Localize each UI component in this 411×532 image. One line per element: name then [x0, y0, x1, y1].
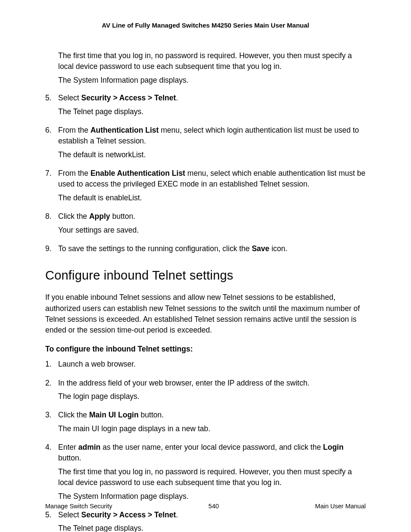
step-text: Select Security > Access > Telnet.: [58, 510, 366, 520]
step-number: 8.: [45, 211, 52, 222]
step-text: The default is networkList.: [58, 149, 366, 160]
step-number: 9.: [45, 243, 52, 254]
footer-page-number: 540: [209, 503, 219, 510]
step-item: 3.Click the Main UI Login button.The mai…: [45, 410, 366, 434]
step-text: The main UI login page displays in a new…: [58, 423, 366, 434]
step-text: From the Enable Authentication List menu…: [58, 168, 366, 190]
step-item: 8.Click the Apply button.Your settings a…: [45, 211, 366, 236]
section-intro: If you enable inbound Telnet sessions an…: [45, 292, 366, 336]
footer-right: Main User Manual: [315, 503, 366, 510]
step-text: Enter admin as the user name, enter your…: [58, 442, 366, 464]
bold-text: Authentication List: [90, 126, 159, 134]
step-number: 2.: [45, 378, 52, 389]
intro-paragraph-2: The System Information page displays.: [58, 75, 366, 86]
step-number: 3.: [45, 410, 52, 420]
step-number: 1.: [45, 359, 52, 370]
step-text: The default is enableList.: [58, 193, 366, 203]
bold-text: Main UI Login: [89, 411, 139, 419]
step-item: 1.Launch a web browser.: [45, 359, 366, 370]
intro-paragraph-1: The first time that you log in, no passw…: [58, 50, 366, 72]
page-footer: Manage Switch Security 540 Main User Man…: [45, 503, 366, 510]
step-text: Select Security > Access > Telnet.: [58, 93, 366, 103]
step-text: Click the Main UI Login button.: [58, 410, 366, 420]
step-text: In the address field of your web browser…: [58, 378, 366, 389]
step-item: 2.In the address field of your web brows…: [45, 378, 366, 402]
section-heading: Configure inbound Telnet settings: [45, 266, 366, 284]
step-text: The Telnet page displays.: [58, 523, 366, 532]
step-text: From the Authentication List menu, selec…: [58, 125, 366, 147]
page-header-title: AV Line of Fully Managed Switches M4250 …: [45, 22, 366, 29]
bold-text: Security > Access > Telnet: [81, 93, 176, 102]
step-text: The first time that you log in, no passw…: [58, 467, 366, 488]
document-page: AV Line of Fully Managed Switches M4250 …: [0, 0, 411, 532]
step-number: 4.: [45, 442, 52, 453]
step-item: 4.Enter admin as the user name, enter yo…: [45, 442, 366, 502]
step-item: 5.Select Security > Access > Telnet.The …: [45, 510, 366, 532]
bold-text: Save: [252, 244, 269, 253]
step-item: 5.Select Security > Access > Telnet.The …: [45, 93, 366, 117]
step-text: The Telnet page displays.: [58, 106, 366, 117]
step-number: 5.: [45, 93, 52, 103]
step-number: 6.: [45, 125, 52, 136]
step-text: Click the Apply button.: [58, 211, 366, 222]
bold-text: admin: [78, 443, 101, 451]
step-text: To save the settings to the running conf…: [58, 243, 366, 254]
step-number: 5.: [45, 510, 52, 520]
step-item: 6.From the Authentication List menu, sel…: [45, 125, 366, 160]
footer-left: Manage Switch Security: [45, 503, 112, 510]
step-item: 7.From the Enable Authentication List me…: [45, 168, 366, 203]
step-number: 7.: [45, 168, 52, 179]
bold-text: Enable Authentication List: [90, 169, 185, 177]
step-text: The login page displays.: [58, 391, 366, 402]
step-item: 9.To save the settings to the running co…: [45, 243, 366, 254]
step-text: Launch a web browser.: [58, 359, 366, 370]
top-steps-list: 5.Select Security > Access > Telnet.The …: [45, 93, 366, 254]
step-text: The System Information page displays.: [58, 491, 366, 502]
bold-text: Apply: [89, 212, 110, 221]
body-content: The first time that you log in, no passw…: [45, 50, 366, 532]
bold-text: Login: [323, 443, 344, 451]
procedure-subheading: To configure the inbound Telnet settings…: [45, 344, 366, 355]
bold-text: Security > Access > Telnet: [81, 510, 176, 519]
step-text: Your settings are saved.: [58, 225, 366, 236]
